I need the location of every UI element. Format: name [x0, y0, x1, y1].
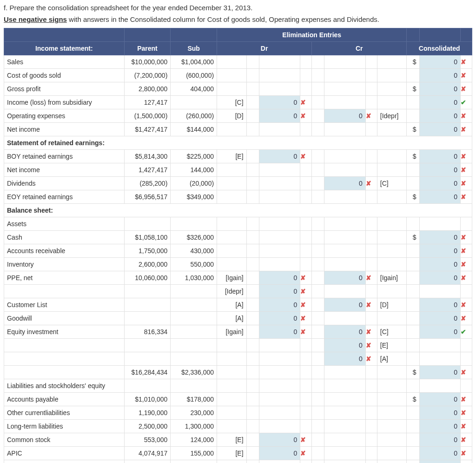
- consolidated-input[interactable]: 0: [419, 96, 460, 109]
- dr-symbol: [246, 55, 259, 69]
- consolidated-input[interactable]: 0: [419, 82, 460, 96]
- cr-tag: [377, 420, 407, 433]
- cell-blank: [324, 379, 365, 393]
- consolidated-input[interactable]: 0: [419, 325, 460, 339]
- consolidated-symbol: [407, 258, 419, 271]
- cr-tag: [C]: [377, 325, 407, 339]
- cell-blank: [365, 217, 377, 231]
- cross-icon: [365, 69, 377, 82]
- cross-icon: [300, 366, 312, 379]
- cr-tag: [377, 460, 407, 463]
- cr-input[interactable]: 0: [324, 339, 365, 352]
- parent-value: 816,334: [124, 325, 171, 339]
- cross-icon: [365, 312, 377, 325]
- consolidated-input[interactable]: 0: [419, 55, 460, 69]
- dr-tag: [217, 460, 247, 463]
- row-label: [4, 366, 125, 379]
- consolidated-input[interactable]: 0: [419, 312, 460, 325]
- dr-tag: [217, 177, 247, 190]
- dr-input[interactable]: 0: [259, 325, 300, 339]
- cr-input[interactable]: 0: [324, 177, 365, 190]
- dr-input[interactable]: 0: [259, 109, 300, 123]
- parent-value: (285,200): [124, 177, 171, 190]
- dr-input[interactable]: 0: [259, 285, 300, 298]
- consolidated-input[interactable]: 0: [419, 393, 460, 406]
- cross-icon: [300, 406, 312, 420]
- cr-symbol: [312, 55, 324, 69]
- consolidated-input[interactable]: 0: [419, 163, 460, 177]
- cr-input: [324, 393, 365, 406]
- dr-tag: [217, 163, 247, 177]
- dr-input[interactable]: 0: [259, 271, 300, 285]
- dr-input[interactable]: 0: [259, 312, 300, 325]
- consolidated-input[interactable]: 0: [419, 258, 460, 271]
- cr-input[interactable]: 0: [324, 325, 365, 339]
- row-label: Net income: [4, 163, 125, 177]
- consolidated-input[interactable]: 0: [419, 231, 460, 244]
- consolidated-input[interactable]: 0: [419, 433, 460, 447]
- consolidated-input: [419, 339, 460, 352]
- sub-value: 144,000: [171, 163, 217, 177]
- cr-tag: [377, 150, 407, 163]
- cell-blank: [259, 217, 300, 231]
- row-label: Customer List: [4, 298, 125, 312]
- dr-input: [259, 231, 300, 244]
- consolidated-input[interactable]: 0: [419, 123, 460, 136]
- cr-input[interactable]: 0: [324, 271, 365, 285]
- consolidated-input[interactable]: 0: [419, 460, 460, 463]
- consolidated-symbol: [407, 109, 419, 123]
- cross-icon: [300, 460, 312, 463]
- consolidated-input[interactable]: 0: [419, 244, 460, 258]
- dr-tag: [A]: [217, 298, 247, 312]
- dr-symbol: [246, 406, 259, 420]
- hdr-dr: Dr: [217, 42, 312, 55]
- consolidated-symbol: [407, 420, 419, 433]
- dr-tag: [E]: [217, 150, 247, 163]
- dr-input[interactable]: 0: [259, 150, 300, 163]
- consolidated-input[interactable]: 0: [419, 150, 460, 163]
- dr-input: [259, 406, 300, 420]
- cr-input: [324, 231, 365, 244]
- parent-value: (7,200,000): [124, 69, 171, 82]
- consolidated-symbol: [407, 325, 419, 339]
- cr-tag: [Idepr]: [377, 109, 407, 123]
- cr-symbol: [312, 190, 324, 204]
- cr-symbol: [312, 123, 324, 136]
- dr-tag: [217, 123, 247, 136]
- hdr-blank: [124, 28, 171, 42]
- cr-input[interactable]: 0: [324, 352, 365, 366]
- cross-icon: ✘: [460, 177, 472, 190]
- consolidated-input[interactable]: 0: [419, 271, 460, 285]
- cr-input: [324, 312, 365, 325]
- consolidated-input[interactable]: 0: [419, 190, 460, 204]
- dr-symbol: [246, 285, 259, 298]
- cross-icon: ✘: [300, 298, 312, 312]
- consolidated-input[interactable]: 0: [419, 406, 460, 420]
- cr-input[interactable]: 0: [324, 298, 365, 312]
- hdr-consolidated: Consolidated: [407, 42, 472, 55]
- consolidated-input[interactable]: 0: [419, 420, 460, 433]
- cr-input: [324, 123, 365, 136]
- cell-blank: [171, 379, 217, 393]
- dr-tag: [D]: [217, 109, 247, 123]
- consolidated-input[interactable]: 0: [419, 69, 460, 82]
- cr-input[interactable]: 0: [324, 109, 365, 123]
- consolidated-symbol: [407, 460, 419, 463]
- cell-blank: [407, 217, 419, 231]
- dr-input[interactable]: 0: [259, 433, 300, 447]
- cr-symbol: [312, 393, 324, 406]
- cross-icon: [365, 150, 377, 163]
- dr-input[interactable]: 0: [259, 447, 300, 460]
- dr-input[interactable]: 0: [259, 298, 300, 312]
- dr-symbol: [246, 312, 259, 325]
- parent-value: 2,600,000: [124, 258, 171, 271]
- consolidated-input[interactable]: 0: [419, 109, 460, 123]
- consolidated-input[interactable]: 0: [419, 447, 460, 460]
- dr-input: [259, 69, 300, 82]
- dr-tag: [217, 69, 247, 82]
- dr-input[interactable]: 0: [259, 96, 300, 109]
- consolidated-input[interactable]: 0: [419, 366, 460, 379]
- consolidated-input[interactable]: 0: [419, 177, 460, 190]
- sub-value: $349,000: [171, 190, 217, 204]
- consolidated-input[interactable]: 0: [419, 298, 460, 312]
